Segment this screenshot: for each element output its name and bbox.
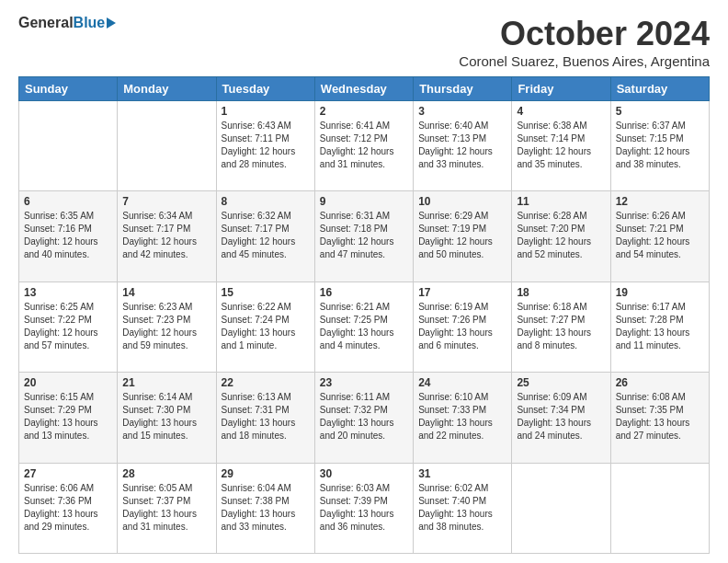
day-info: Sunrise: 6:05 AM Sunset: 7:37 PM Dayligh… — [122, 482, 210, 534]
day-number: 21 — [122, 376, 210, 389]
day-number: 25 — [517, 376, 605, 389]
week-row-4: 20Sunrise: 6:15 AM Sunset: 7:29 PM Dayli… — [19, 373, 710, 463]
day-cell — [19, 101, 118, 191]
day-info: Sunrise: 6:41 AM Sunset: 7:12 PM Dayligh… — [320, 120, 408, 171]
day-number: 14 — [122, 286, 210, 299]
weekday-friday: Friday — [512, 77, 610, 101]
logo-blue: Blue — [74, 15, 106, 31]
day-info: Sunrise: 6:23 AM Sunset: 7:23 PM Dayligh… — [122, 301, 210, 352]
day-number: 15 — [222, 286, 310, 299]
day-cell: 15Sunrise: 6:22 AM Sunset: 7:24 PM Dayli… — [216, 282, 314, 372]
day-number: 19 — [616, 286, 704, 299]
week-row-5: 27Sunrise: 6:06 AM Sunset: 7:36 PM Dayli… — [19, 463, 710, 553]
logo: General Blue — [18, 15, 116, 31]
day-info: Sunrise: 6:15 AM Sunset: 7:29 PM Dayligh… — [24, 391, 112, 442]
day-cell: 20Sunrise: 6:15 AM Sunset: 7:29 PM Dayli… — [19, 373, 118, 463]
day-info: Sunrise: 6:14 AM Sunset: 7:30 PM Dayligh… — [122, 391, 210, 442]
week-row-2: 6Sunrise: 6:35 AM Sunset: 7:16 PM Daylig… — [19, 191, 710, 282]
calendar: SundayMondayTuesdayWednesdayThursdayFrid… — [18, 76, 710, 554]
day-cell — [512, 463, 610, 553]
day-cell: 29Sunrise: 6:04 AM Sunset: 7:38 PM Dayli… — [216, 463, 314, 553]
month-title: October 2024 — [459, 15, 710, 53]
day-cell: 27Sunrise: 6:06 AM Sunset: 7:36 PM Dayli… — [19, 463, 118, 553]
day-number: 24 — [418, 376, 506, 389]
day-number: 9 — [320, 195, 408, 208]
day-number: 30 — [320, 467, 408, 480]
day-info: Sunrise: 6:37 AM Sunset: 7:15 PM Dayligh… — [616, 120, 704, 171]
day-number: 16 — [320, 286, 408, 299]
day-number: 13 — [24, 286, 112, 299]
weekday-monday: Monday — [118, 77, 216, 101]
day-number: 20 — [24, 376, 112, 389]
day-cell: 18Sunrise: 6:18 AM Sunset: 7:27 PM Dayli… — [512, 282, 610, 372]
day-cell: 2Sunrise: 6:41 AM Sunset: 7:12 PM Daylig… — [314, 101, 413, 191]
day-cell: 25Sunrise: 6:09 AM Sunset: 7:34 PM Dayli… — [512, 373, 610, 463]
day-number: 23 — [320, 376, 408, 389]
day-cell: 31Sunrise: 6:02 AM Sunset: 7:40 PM Dayli… — [414, 463, 512, 553]
day-info: Sunrise: 6:31 AM Sunset: 7:18 PM Dayligh… — [320, 210, 408, 261]
day-number: 31 — [418, 467, 506, 480]
day-info: Sunrise: 6:04 AM Sunset: 7:38 PM Dayligh… — [222, 482, 310, 534]
day-info: Sunrise: 6:25 AM Sunset: 7:22 PM Dayligh… — [24, 301, 112, 352]
day-cell: 14Sunrise: 6:23 AM Sunset: 7:23 PM Dayli… — [118, 282, 216, 372]
day-info: Sunrise: 6:09 AM Sunset: 7:34 PM Dayligh… — [517, 391, 605, 442]
title-block: October 2024 Coronel Suarez, Buenos Aire… — [459, 15, 710, 69]
weekday-thursday: Thursday — [414, 77, 512, 101]
day-info: Sunrise: 6:34 AM Sunset: 7:17 PM Dayligh… — [122, 210, 210, 261]
day-number: 26 — [616, 376, 704, 389]
day-info: Sunrise: 6:26 AM Sunset: 7:21 PM Dayligh… — [616, 210, 704, 261]
weekday-saturday: Saturday — [610, 77, 709, 101]
week-row-1: 1Sunrise: 6:43 AM Sunset: 7:11 PM Daylig… — [19, 101, 710, 191]
header: General Blue October 2024 Coronel Suarez… — [18, 15, 710, 69]
day-cell: 23Sunrise: 6:11 AM Sunset: 7:32 PM Dayli… — [314, 373, 413, 463]
weekday-header-row: SundayMondayTuesdayWednesdayThursdayFrid… — [19, 77, 710, 101]
day-info: Sunrise: 6:43 AM Sunset: 7:11 PM Dayligh… — [222, 120, 310, 171]
day-cell: 12Sunrise: 6:26 AM Sunset: 7:21 PM Dayli… — [610, 191, 709, 282]
week-row-3: 13Sunrise: 6:25 AM Sunset: 7:22 PM Dayli… — [19, 282, 710, 372]
day-number: 10 — [418, 195, 506, 208]
day-number: 5 — [616, 105, 704, 118]
location: Coronel Suarez, Buenos Aires, Argentina — [459, 53, 710, 69]
day-info: Sunrise: 6:10 AM Sunset: 7:33 PM Dayligh… — [418, 391, 506, 442]
day-info: Sunrise: 6:11 AM Sunset: 7:32 PM Dayligh… — [320, 391, 408, 442]
day-number: 18 — [517, 286, 605, 299]
day-cell: 3Sunrise: 6:40 AM Sunset: 7:13 PM Daylig… — [414, 101, 512, 191]
day-info: Sunrise: 6:02 AM Sunset: 7:40 PM Dayligh… — [418, 482, 506, 534]
day-cell: 24Sunrise: 6:10 AM Sunset: 7:33 PM Dayli… — [414, 373, 512, 463]
day-info: Sunrise: 6:17 AM Sunset: 7:28 PM Dayligh… — [616, 301, 704, 352]
weekday-tuesday: Tuesday — [216, 77, 314, 101]
day-number: 28 — [122, 467, 210, 480]
day-info: Sunrise: 6:21 AM Sunset: 7:25 PM Dayligh… — [320, 301, 408, 352]
day-info: Sunrise: 6:08 AM Sunset: 7:35 PM Dayligh… — [616, 391, 704, 442]
day-info: Sunrise: 6:35 AM Sunset: 7:16 PM Dayligh… — [24, 210, 112, 261]
day-cell: 11Sunrise: 6:28 AM Sunset: 7:20 PM Dayli… — [512, 191, 610, 282]
day-number: 3 — [418, 105, 506, 118]
day-number: 29 — [222, 467, 310, 480]
day-number: 27 — [24, 467, 112, 480]
logo-triangle-icon — [107, 17, 116, 29]
day-info: Sunrise: 6:22 AM Sunset: 7:24 PM Dayligh… — [222, 301, 310, 352]
day-cell: 16Sunrise: 6:21 AM Sunset: 7:25 PM Dayli… — [314, 282, 413, 372]
day-info: Sunrise: 6:18 AM Sunset: 7:27 PM Dayligh… — [517, 301, 605, 352]
day-number: 8 — [222, 195, 310, 208]
day-info: Sunrise: 6:40 AM Sunset: 7:13 PM Dayligh… — [418, 120, 506, 171]
day-info: Sunrise: 6:19 AM Sunset: 7:26 PM Dayligh… — [418, 301, 506, 352]
day-cell: 26Sunrise: 6:08 AM Sunset: 7:35 PM Dayli… — [610, 373, 709, 463]
day-info: Sunrise: 6:29 AM Sunset: 7:19 PM Dayligh… — [418, 210, 506, 261]
day-cell: 6Sunrise: 6:35 AM Sunset: 7:16 PM Daylig… — [19, 191, 118, 282]
day-cell: 8Sunrise: 6:32 AM Sunset: 7:17 PM Daylig… — [216, 191, 314, 282]
day-cell: 7Sunrise: 6:34 AM Sunset: 7:17 PM Daylig… — [118, 191, 216, 282]
day-cell: 30Sunrise: 6:03 AM Sunset: 7:39 PM Dayli… — [314, 463, 413, 553]
day-cell: 13Sunrise: 6:25 AM Sunset: 7:22 PM Dayli… — [19, 282, 118, 372]
day-info: Sunrise: 6:06 AM Sunset: 7:36 PM Dayligh… — [24, 482, 112, 534]
day-info: Sunrise: 6:32 AM Sunset: 7:17 PM Dayligh… — [222, 210, 310, 261]
logo-general: General — [18, 15, 74, 31]
day-cell: 10Sunrise: 6:29 AM Sunset: 7:19 PM Dayli… — [414, 191, 512, 282]
day-cell: 28Sunrise: 6:05 AM Sunset: 7:37 PM Dayli… — [118, 463, 216, 553]
day-cell: 22Sunrise: 6:13 AM Sunset: 7:31 PM Dayli… — [216, 373, 314, 463]
day-cell: 9Sunrise: 6:31 AM Sunset: 7:18 PM Daylig… — [314, 191, 413, 282]
day-cell — [610, 463, 709, 553]
page: General Blue October 2024 Coronel Suarez… — [0, 0, 728, 563]
day-number: 2 — [320, 105, 408, 118]
day-cell: 19Sunrise: 6:17 AM Sunset: 7:28 PM Dayli… — [610, 282, 709, 372]
